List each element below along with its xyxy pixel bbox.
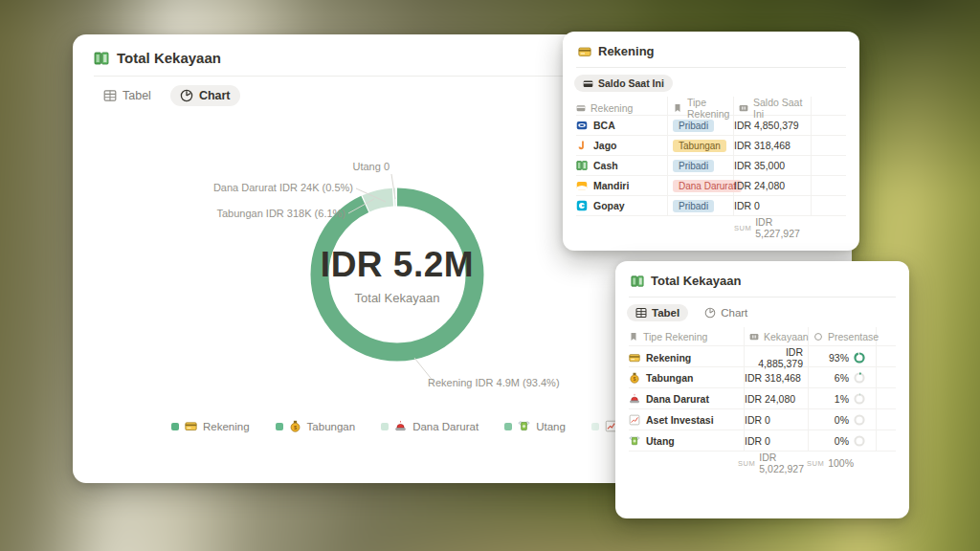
legend-item-tabungan[interactable]: $ Tabungan [276, 420, 356, 432]
table-row[interactable]: Jago Tabungan IDR 318,468 [576, 135, 846, 155]
accounts-table: Rekening Tipe Rekening Saldo Saat I [576, 97, 846, 235]
balance-value: IDR 24,080 [734, 176, 812, 195]
percent-cell: 93% [809, 346, 877, 369]
col-header-tipe-rekening[interactable]: Tipe Rekening [629, 327, 745, 345]
money-wings-icon [629, 435, 640, 447]
type-name-cell: Aset Investasi [629, 409, 745, 430]
saldo-saat-ini-pill[interactable]: Saldo Saat Ini [574, 75, 673, 92]
table-icon [635, 307, 647, 319]
sum-row: SUM IDR 5,022,927 SUM 100% [629, 451, 896, 472]
credit-card-icon [578, 45, 591, 58]
view-tabs: Tabel Chart [615, 298, 909, 327]
type-name: Dana Darurat [646, 393, 709, 405]
percent-ring [853, 413, 866, 427]
table-row[interactable]: Gopay Pribadi IDR 0 [576, 195, 846, 215]
col-header-presentase[interactable]: Presentase [809, 327, 877, 345]
percent-cell: 0% [809, 409, 877, 430]
account-name-cell: Gopay [576, 196, 668, 215]
account-name: Cash [593, 160, 618, 171]
donut-total-label: Total Kekayaan [355, 291, 440, 305]
pie-chart-icon [704, 307, 716, 319]
bookmark-icon [629, 332, 638, 342]
legend-swatch [171, 423, 179, 430]
percent-value: 93% [829, 352, 849, 364]
legend-item-dana-darurat[interactable]: Dana Darurat [381, 420, 479, 432]
type-badge: Dana Darurat [673, 180, 742, 192]
col-header-label: Presentase [828, 331, 879, 342]
total-kekayaan-table-card: Total Kekayaan Tabel Chart [615, 261, 909, 518]
balance-value: IDR 318,468 [734, 136, 812, 155]
legend-label: Rekening [203, 421, 250, 432]
credit-card-icon [576, 103, 586, 113]
money-bag-icon: $ [629, 372, 640, 384]
legend-swatch [276, 423, 283, 430]
col-header-label: Kekayaan [764, 331, 809, 342]
gopay-logo [576, 200, 588, 211]
tab-chart[interactable]: Chart [696, 304, 756, 321]
credit-card-icon [583, 78, 593, 89]
tab-tabel[interactable]: Tabel [94, 85, 161, 106]
account-name-cell: Mandiri [576, 176, 668, 195]
balance-value: IDR 0 [734, 196, 812, 215]
percent-value: 1% [835, 393, 849, 405]
money-bag-icon: $ [289, 420, 301, 432]
number-property-icon [739, 103, 748, 113]
col-header-label: Tipe Rekening [643, 331, 707, 342]
table-row[interactable]: Rekening IDR 4,885,379 93% [629, 345, 896, 366]
tab-tabel[interactable]: Tabel [627, 304, 688, 321]
table-row[interactable]: $ Tabungan IDR 318,468 6% [629, 366, 896, 387]
percent-cell: 0% [809, 430, 877, 451]
jago-logo [576, 140, 588, 151]
wealth-value: IDR 0 [745, 409, 809, 430]
bookmark-icon [673, 103, 682, 113]
table-row[interactable]: Utang IDR 0 0% [629, 430, 896, 451]
rekening-table-card: Rekening Saldo Saat Ini Rekening [563, 32, 859, 251]
svg-text:$: $ [634, 376, 636, 382]
table-row[interactable]: Cash Pribadi IDR 35,000 [576, 155, 846, 175]
wealth-value: IDR 318,468 [745, 367, 809, 387]
sum-value: IDR 5,227,927 [755, 216, 804, 239]
balance-value: IDR 35,000 [734, 156, 812, 175]
percent-ring [853, 392, 866, 406]
sum-label: SUM [738, 459, 755, 468]
money-banknotes-icon [94, 51, 109, 66]
type-badge: Pribadi [673, 160, 714, 172]
legend-label: Tabungan [307, 421, 356, 432]
table-row[interactable]: Dana Darurat IDR 24,080 1% [629, 387, 896, 408]
filter-pill-label: Saldo Saat Ini [598, 77, 664, 89]
banknote-icon [576, 160, 588, 171]
callout-rekening: Rekening IDR 4.9M (93.4%) [428, 377, 560, 388]
card-header: Rekening [563, 32, 859, 67]
siren-icon [394, 420, 407, 432]
tab-chart[interactable]: Chart [170, 85, 240, 106]
wealth-value: IDR 4,885,379 [745, 346, 809, 369]
legend-label: Dana Darurat [412, 421, 479, 432]
table-row[interactable]: Mandiri Dana Darurat IDR 24,080 [576, 175, 846, 195]
percent-cell: 1% [809, 388, 877, 408]
table-row[interactable]: BCA Pribadi IDR 4,850,379 [576, 115, 846, 135]
percent-ring [853, 371, 866, 385]
type-name: Tabungan [646, 372, 693, 384]
type-name-cell: Rekening [629, 346, 745, 369]
table-header-row: Rekening Tipe Rekening Saldo Saat I [576, 97, 846, 115]
sum-label: SUM [734, 224, 751, 232]
money-banknotes-icon [631, 275, 644, 288]
percent-value: 0% [835, 435, 849, 447]
account-name: BCA [593, 120, 615, 131]
col-header-kekayaan[interactable]: Kekayaan [745, 327, 809, 345]
legend-item-utang[interactable]: Utang [504, 420, 566, 432]
table-row[interactable]: Aset Investasi IDR 0 0% [629, 408, 896, 430]
balance-value: IDR 4,850,379 [734, 116, 812, 135]
sum-value: IDR 5,022,927 [759, 452, 804, 474]
ring-icon [813, 332, 823, 342]
wealth-value: IDR 24,080 [745, 388, 809, 408]
sum-percent-label: SUM [807, 459, 824, 468]
legend-swatch [591, 423, 599, 430]
account-name: Gopay [593, 200, 625, 211]
type-badge: Tabungan [673, 140, 726, 152]
legend-item-rekening[interactable]: Rekening [171, 420, 250, 432]
tab-tabel-label: Tabel [122, 89, 151, 102]
siren-icon [629, 393, 640, 405]
credit-card-icon [185, 420, 197, 432]
percent-ring [853, 351, 866, 364]
